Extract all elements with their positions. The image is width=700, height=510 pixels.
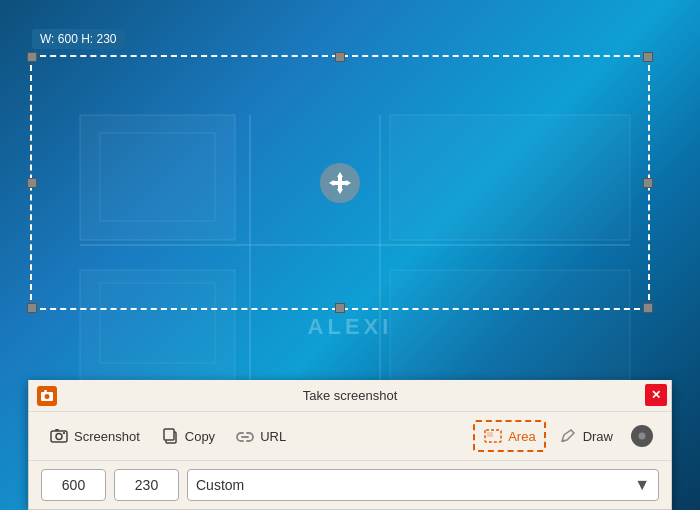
dropdown-arrow-icon: ▼ bbox=[634, 476, 650, 494]
close-button[interactable]: ✕ bbox=[645, 384, 667, 406]
app-icon bbox=[37, 386, 57, 406]
copy-svg bbox=[162, 428, 178, 444]
camera-svg bbox=[50, 428, 68, 444]
height-input[interactable] bbox=[114, 469, 179, 501]
svg-rect-21 bbox=[63, 432, 65, 434]
dialog-title: Take screenshot bbox=[303, 388, 398, 403]
record-svg bbox=[635, 429, 649, 443]
draw-icon bbox=[558, 426, 578, 446]
area-button[interactable]: Area bbox=[473, 420, 545, 452]
url-button[interactable]: URL bbox=[227, 422, 294, 450]
camera-icon bbox=[49, 426, 69, 446]
svg-rect-20 bbox=[55, 429, 59, 431]
desktop: ALEXI W: 600 H: 230 bbox=[0, 0, 700, 510]
dialog-bottom: Custom ▼ bbox=[29, 461, 671, 509]
svg-rect-17 bbox=[44, 390, 47, 392]
draw-label: Draw bbox=[583, 429, 613, 444]
screenshot-label: Screenshot bbox=[74, 429, 140, 444]
area-label: Area bbox=[508, 429, 535, 444]
record-icon bbox=[631, 425, 653, 447]
area-svg bbox=[484, 429, 502, 443]
watermark: ALEXI bbox=[308, 314, 393, 340]
link-svg bbox=[236, 429, 254, 443]
svg-rect-23 bbox=[164, 429, 174, 440]
width-input[interactable] bbox=[41, 469, 106, 501]
svg-rect-1 bbox=[390, 115, 630, 240]
url-label: URL bbox=[260, 429, 286, 444]
svg-rect-3 bbox=[390, 270, 630, 380]
svg-point-19 bbox=[56, 434, 62, 440]
screenshot-button[interactable]: Screenshot bbox=[41, 422, 148, 450]
svg-point-29 bbox=[639, 433, 646, 440]
record-circle bbox=[631, 425, 653, 447]
preset-label: Custom bbox=[196, 477, 634, 493]
svg-point-16 bbox=[45, 394, 50, 399]
copy-button[interactable]: Copy bbox=[152, 422, 223, 450]
dialog-toolbar: Screenshot Copy bbox=[29, 412, 671, 461]
svg-rect-26 bbox=[487, 432, 493, 437]
copy-label: Copy bbox=[185, 429, 215, 444]
dialog-titlebar: Take screenshot ✕ bbox=[29, 380, 671, 412]
link-icon bbox=[235, 426, 255, 446]
preset-selector[interactable]: Custom ▼ bbox=[187, 469, 659, 501]
copy-icon bbox=[160, 426, 180, 446]
screenshot-dialog: Take screenshot ✕ Screenshot bbox=[28, 380, 672, 510]
draw-svg bbox=[560, 428, 576, 444]
camera-icon bbox=[40, 389, 54, 403]
record-button[interactable] bbox=[625, 421, 659, 451]
draw-button[interactable]: Draw bbox=[550, 422, 621, 450]
area-icon bbox=[483, 426, 503, 446]
